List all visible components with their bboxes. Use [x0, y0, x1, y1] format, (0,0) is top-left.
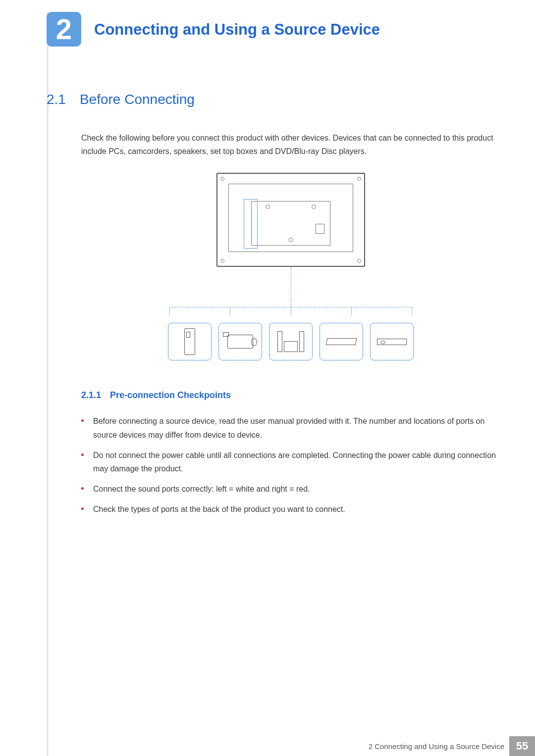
source-devices-row [168, 323, 414, 360]
footer-title: Connecting and Using a Source Device [374, 742, 504, 751]
connection-diagram [81, 173, 500, 360]
subsection-title: Pre-connection Checkpoints [110, 390, 231, 401]
section-heading: 2.1 Before Connecting [47, 92, 500, 107]
pc-icon [168, 323, 212, 360]
footer-chapter-ref: 2 [369, 742, 373, 751]
subsection-heading: 2.1.1 Pre-connection Checkpoints [81, 390, 500, 401]
page-footer: 2 Connecting and Using a Source Device 5… [47, 736, 535, 756]
dvd-player-icon [370, 323, 414, 360]
camcorder-icon [218, 323, 262, 360]
port-panel-icon [244, 199, 258, 249]
list-item: Before connecting a source device, read … [81, 414, 500, 441]
chapter-number-badge: 2 [47, 12, 81, 47]
list-item: Connect the sound ports correctly: left … [81, 482, 500, 496]
checkpoint-list: Before connecting a source device, read … [81, 414, 500, 516]
page-number-badge: 55 [509, 736, 535, 756]
intro-paragraph: Check the following before you connect t… [81, 131, 500, 158]
speakers-icon [269, 323, 313, 360]
footer-label: 2 Connecting and Using a Source Device [369, 742, 504, 751]
section-number: 2.1 [47, 92, 66, 107]
tv-rear-panel-icon [216, 173, 365, 267]
subsection-number: 2.1.1 [81, 390, 101, 401]
port-module-icon [316, 224, 324, 234]
page-content: 2.1 Before Connecting Check the followin… [47, 92, 500, 523]
chapter-number: 2 [56, 15, 72, 44]
page-number: 55 [516, 740, 528, 753]
list-item: Check the types of ports at the back of … [81, 503, 500, 516]
set-top-box-icon [320, 323, 363, 360]
list-item: Do not connect the power cable until all… [81, 449, 500, 475]
chapter-title: Connecting and Using a Source Device [94, 21, 380, 39]
section-title: Before Connecting [80, 92, 195, 107]
connection-lines-icon [169, 267, 412, 315]
